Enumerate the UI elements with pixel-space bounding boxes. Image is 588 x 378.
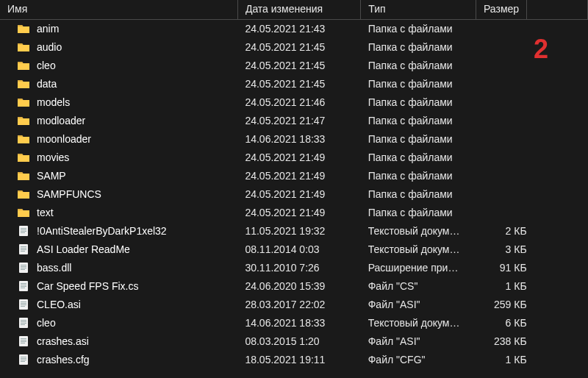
- file-icon: [18, 226, 29, 236]
- table-row[interactable]: cleo14.06.2021 18:33Текстовый докум…6 КБ: [0, 314, 588, 332]
- table-row[interactable]: cleo24.05.2021 21:45Папка с файлами: [0, 57, 588, 75]
- table-row[interactable]: movies24.05.2021 21:49Папка с файлами: [0, 149, 588, 167]
- item-type: Текстовый докум…: [361, 314, 476, 332]
- svg-rect-17: [21, 285, 26, 285]
- svg-rect-37: [21, 358, 26, 359]
- col-header-pad: [527, 0, 588, 20]
- item-name: cleo: [37, 60, 56, 71]
- folder-icon: [18, 115, 29, 126]
- item-date: 24.06.2020 15:39: [237, 277, 360, 296]
- item-type: Файл "CS": [361, 277, 476, 296]
- item-size: [476, 57, 526, 75]
- pad-cell: [527, 167, 588, 185]
- table-row[interactable]: ASI Loader ReadMe08.11.2014 0:03Текстовы…: [0, 240, 588, 259]
- item-name: data: [37, 78, 57, 90]
- table-row[interactable]: crashes.asi08.03.2015 1:20Файл "ASI"238 …: [0, 332, 588, 351]
- item-name: text: [37, 207, 54, 218]
- item-name: SAMP: [37, 170, 66, 182]
- svg-rect-6: [21, 246, 26, 247]
- item-date: 24.05.2021 21:49: [237, 167, 360, 185]
- table-row[interactable]: text24.05.2021 21:49Папка с файлами: [0, 204, 588, 222]
- svg-rect-13: [21, 268, 26, 268]
- file-icon: [18, 263, 29, 273]
- pad-cell: [527, 296, 588, 314]
- pad-cell: [527, 277, 588, 296]
- item-name: modloader: [37, 115, 85, 126]
- item-date: 24.05.2021 21:49: [237, 204, 360, 222]
- pad-cell: [527, 332, 588, 351]
- item-type: Файл "ASI": [361, 296, 476, 314]
- folder-icon: [18, 60, 29, 71]
- item-size: 6 КБ: [476, 314, 526, 332]
- svg-rect-28: [21, 323, 26, 324]
- item-name: ASI Loader ReadMe: [37, 243, 130, 255]
- item-name: bass.dll: [37, 262, 71, 274]
- folder-icon: [18, 97, 29, 107]
- svg-rect-29: [21, 324, 25, 325]
- item-name: cleo: [37, 317, 56, 329]
- table-row[interactable]: modloader24.05.2021 21:47Папка с файлами: [0, 112, 588, 130]
- file-icon: [18, 318, 29, 328]
- item-date: 24.05.2021 21:46: [237, 93, 360, 112]
- folder-icon: [18, 171, 29, 181]
- table-row[interactable]: Car Speed FPS Fix.cs24.06.2020 15:39Файл…: [0, 277, 588, 296]
- table-row[interactable]: anim24.05.2021 21:43Папка с файлами: [0, 20, 588, 38]
- table-row[interactable]: SAMP24.05.2021 21:49Папка с файлами: [0, 167, 588, 185]
- item-size: [476, 185, 526, 204]
- col-header-name[interactable]: Имя: [0, 0, 237, 20]
- item-type: Текстовый докум…: [361, 240, 476, 259]
- svg-rect-12: [21, 266, 26, 267]
- svg-rect-23: [21, 304, 26, 305]
- item-date: 18.05.2021 19:11: [237, 351, 360, 369]
- item-size: [476, 167, 526, 185]
- item-type: Папка с файлами: [361, 57, 476, 75]
- table-row[interactable]: moonloader14.06.2021 18:33Папка с файлам…: [0, 130, 588, 149]
- item-type: Папка с файлами: [361, 130, 476, 149]
- folder-icon: [18, 189, 29, 199]
- pad-cell: [527, 130, 588, 149]
- svg-rect-7: [21, 248, 26, 249]
- item-size: 91 КБ: [476, 259, 526, 277]
- table-row[interactable]: data24.05.2021 21:45Папка с файлами: [0, 75, 588, 93]
- svg-rect-4: [21, 232, 25, 233]
- table-row[interactable]: !0AntiStealerByDarkP1xel3211.05.2021 19:…: [0, 222, 588, 240]
- pad-cell: [527, 240, 588, 259]
- item-date: 24.05.2021 21:49: [237, 185, 360, 204]
- file-icon: [18, 281, 29, 291]
- item-size: 1 КБ: [476, 351, 526, 369]
- file-list-table: Имя Дата изменения Тип Размер anim24.05.…: [0, 0, 588, 369]
- annotation-2: 2: [534, 34, 548, 65]
- item-date: 08.03.2015 1:20: [237, 332, 360, 351]
- item-type: Папка с файлами: [361, 20, 476, 38]
- svg-rect-32: [21, 340, 26, 340]
- item-type: Расширение при…: [361, 259, 476, 277]
- table-row[interactable]: bass.dll30.11.2010 7:26Расширение при…91…: [0, 259, 588, 277]
- table-row[interactable]: SAMPFUNCS24.05.2021 21:49Папка с файлами: [0, 185, 588, 204]
- item-type: Файл "ASI": [361, 332, 476, 351]
- svg-rect-19: [21, 288, 25, 288]
- svg-rect-1: [21, 228, 26, 229]
- svg-rect-22: [21, 303, 26, 304]
- col-header-size[interactable]: Размер: [476, 0, 526, 20]
- item-type: Папка с файлами: [361, 185, 476, 204]
- table-row[interactable]: audio24.05.2021 21:45Папка с файлами: [0, 38, 588, 57]
- svg-rect-33: [21, 341, 26, 342]
- file-icon: [18, 244, 29, 254]
- col-header-date[interactable]: Дата изменения: [237, 0, 360, 20]
- folder-icon: [18, 79, 29, 89]
- col-header-type[interactable]: Тип: [361, 0, 476, 20]
- table-row[interactable]: crashes.cfg18.05.2021 19:11Файл "CFG"1 К…: [0, 351, 588, 369]
- folder-icon: [18, 207, 29, 218]
- svg-rect-2: [21, 229, 26, 230]
- item-date: 24.05.2021 21:45: [237, 38, 360, 57]
- item-size: [476, 149, 526, 167]
- table-row[interactable]: CLEO.asi28.03.2017 22:02Файл "ASI"259 КБ: [0, 296, 588, 314]
- svg-rect-24: [21, 306, 25, 307]
- item-date: 11.05.2021 19:32: [237, 222, 360, 240]
- svg-rect-36: [21, 357, 26, 357]
- item-date: 24.05.2021 21:49: [237, 149, 360, 167]
- item-type: Папка с файлами: [361, 167, 476, 185]
- svg-rect-21: [21, 302, 26, 302]
- table-row[interactable]: models24.05.2021 21:46Папка с файлами: [0, 93, 588, 112]
- file-icon: [18, 354, 29, 365]
